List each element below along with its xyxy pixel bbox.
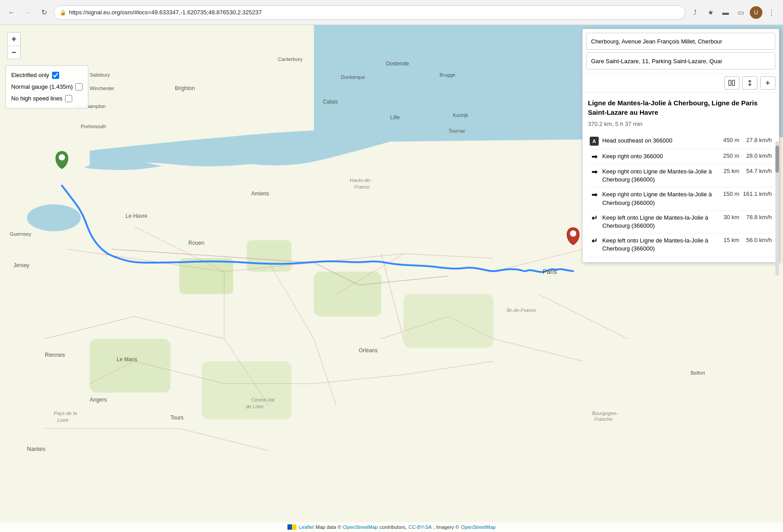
osm2-link[interactable]: OpenStreetMap (461, 524, 496, 530)
direction-speed: 161.1 km/h (741, 187, 774, 210)
add-button[interactable]: + (760, 76, 775, 90)
origin-input[interactable] (586, 33, 775, 50)
direction-description: Keep left onto Ligne de Mantes-la-Jolie … (600, 210, 722, 233)
svg-text:Franche: Franche (594, 416, 612, 422)
columns-icon (728, 79, 735, 87)
zoom-out-button[interactable]: − (7, 46, 21, 59)
direction-description: Head southeast on 366000 (600, 134, 722, 149)
direction-icon: ➟ (588, 187, 600, 210)
direction-row: ↵ Keep left onto Ligne de Mantes-la-Joli… (588, 234, 774, 256)
direction-distance: 250 m (722, 149, 741, 164)
normal-gauge-checkbox[interactable] (75, 83, 83, 91)
direction-distance: 15 km (722, 234, 741, 256)
electrified-only-label: Electrified only (11, 69, 49, 81)
back-button[interactable]: ← (5, 6, 18, 19)
direction-speed: 27.8 km/h (741, 134, 774, 149)
direction-icon: ➟ (588, 149, 600, 164)
direction-row: ➟ Keep right onto Ligne de Mantes-la-Jol… (588, 164, 774, 187)
svg-text:Lille: Lille (390, 114, 400, 121)
ukraine-flag (287, 524, 296, 530)
extensions-button[interactable]: ▬ (719, 6, 732, 19)
bookmark-button[interactable]: ★ (704, 6, 717, 19)
input-toolbar: + (583, 74, 779, 93)
route-summary: 370.2 km, 5 h 37 min (588, 121, 774, 127)
svg-rect-5 (404, 294, 493, 348)
url-text: https://signal.eu.org/osm/#locs=49.63334… (69, 9, 679, 16)
direction-speed: 56.0 km/h (741, 234, 774, 256)
svg-text:Le Havre: Le Havre (126, 213, 148, 219)
route-name: Ligne de Mantes-la-Jolie à Cherbourg, Li… (588, 98, 774, 117)
svg-text:Paris: Paris (543, 268, 557, 275)
svg-rect-74 (729, 80, 731, 86)
direction-row: ➟ Keep right onto 366000 250 m 28.0 km/h (588, 149, 774, 164)
direction-speed: 54.7 km/h (741, 164, 774, 187)
svg-rect-6 (90, 339, 170, 393)
svg-text:Rennes: Rennes (45, 351, 65, 358)
swap-button[interactable] (742, 76, 757, 90)
add-icon: + (766, 79, 770, 87)
forward-button[interactable]: → (22, 6, 34, 19)
reload-button[interactable]: ↻ (38, 6, 50, 19)
svg-text:Kortrijk: Kortrijk (453, 112, 469, 118)
right-panel: + Ligne de Mantes-la-Jolie à Cherbourg, … (582, 29, 779, 263)
direction-speed: 78.8 km/h (741, 210, 774, 233)
svg-text:Oostende: Oostende (386, 61, 409, 67)
input-section (583, 29, 779, 74)
svg-text:Centre-Val: Centre-Val (251, 397, 275, 402)
columns-button[interactable] (724, 76, 740, 90)
destination-input[interactable] (586, 52, 775, 69)
svg-point-38 (570, 230, 576, 237)
attribution-bar: Leaflet Map data © OpenStreetMap contrib… (0, 522, 783, 532)
no-high-speed-row: No high speed lines (11, 93, 83, 104)
share-button[interactable]: ⤴ (689, 6, 701, 19)
svg-text:Guernsey: Guernsey (10, 231, 31, 237)
panel-scrollbar[interactable] (775, 141, 779, 276)
direction-description: Keep right onto 366000 (600, 149, 722, 164)
panel-scrollbar-thumb (775, 146, 779, 173)
toolbar-icons: ⤴ ★ ▬ ▭ U ⋮ (689, 6, 778, 19)
direction-icon: A (588, 134, 600, 149)
osm-link[interactable]: OpenStreetMap (343, 524, 378, 530)
svg-text:France: France (354, 184, 370, 190)
svg-rect-4 (314, 272, 381, 316)
electrified-only-checkbox[interactable] (52, 72, 59, 79)
svg-text:Canterbury: Canterbury (278, 56, 303, 62)
svg-point-37 (59, 154, 65, 160)
svg-text:Belfort: Belfort (691, 370, 705, 376)
direction-row: A Head southeast on 366000 450 m 27.8 km… (588, 134, 774, 149)
svg-text:Jersey: Jersey (13, 262, 29, 268)
direction-description: Keep right onto Ligne de Mantes-la-Jolie… (600, 164, 722, 187)
svg-text:Tournai: Tournai (448, 128, 465, 134)
direction-icon: ➟ (588, 164, 600, 187)
attribution-separator1: Map data © (316, 524, 341, 530)
zoom-in-button[interactable]: + (7, 32, 21, 46)
svg-point-1 (27, 204, 81, 231)
split-button[interactable]: ▭ (735, 6, 747, 19)
no-high-speed-label: No high speed lines (11, 93, 62, 104)
svg-text:Bourgogne-: Bourgogne- (592, 411, 618, 416)
svg-text:Amiens: Amiens (251, 190, 269, 197)
direction-speed: 28.0 km/h (741, 149, 774, 164)
direction-distance: 150 m (722, 187, 741, 210)
menu-button[interactable]: ⋮ (765, 6, 778, 19)
no-high-speed-checkbox[interactable] (65, 95, 72, 102)
filter-panel: Electrified only Normal gauge (1.435m) N… (5, 65, 88, 108)
cc-by-sa-link[interactable]: CC-BY-SA (409, 524, 432, 530)
electrified-only-row: Electrified only (11, 69, 83, 81)
normal-gauge-label: Normal gauge (1.435m) (11, 81, 73, 93)
direction-icon: ↵ (588, 210, 600, 233)
swap-icon (746, 79, 753, 87)
svg-text:Calais: Calais (323, 99, 338, 105)
leaflet-link[interactable]: Leaflet (299, 524, 314, 530)
map-container: Salisbury Winchester Southampton Portsmo… (0, 25, 783, 532)
svg-text:Loire: Loire (57, 417, 68, 423)
svg-text:Île-de-France: Île-de-France (507, 307, 536, 313)
direction-distance: 25 km (722, 164, 741, 187)
zoom-controls: + − (7, 32, 21, 59)
direction-description: Keep left onto Ligne de Mantes-la-Jolie … (600, 234, 722, 256)
svg-text:Tours: Tours (170, 415, 183, 421)
svg-text:Winchester: Winchester (90, 86, 114, 91)
attribution-contributors: contributors, (379, 524, 407, 530)
avatar[interactable]: U (750, 6, 762, 19)
direction-row: ↵ Keep left onto Ligne de Mantes-la-Joli… (588, 210, 774, 233)
